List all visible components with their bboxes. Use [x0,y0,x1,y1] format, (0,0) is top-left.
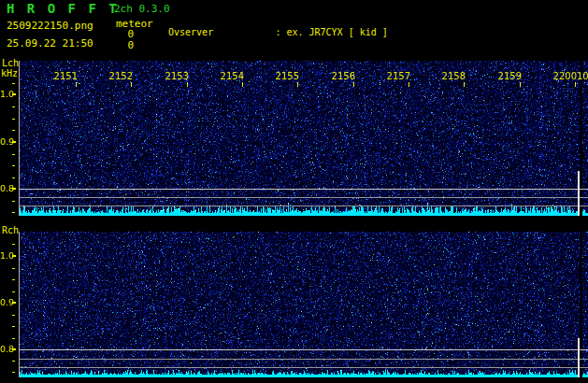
freq-minor-tick [12,130,15,131]
time-label: 2200 [552,71,577,81]
time-tick [131,82,132,87]
time-label: 2156 [330,71,355,81]
time-label: 2157 [385,71,410,81]
freq-minor-tick [12,291,15,292]
datetime-label: 25.09.22 21:50 [7,38,93,49]
time-tick [353,82,354,87]
freq-major-tick [12,141,16,143]
time-tick [187,82,188,87]
lch-label: Lch [2,59,19,68]
freq-minor-tick [12,177,15,178]
freq-minor-tick [12,83,15,84]
time-label: 2155 [274,71,299,81]
app-version: 2ch 0.3.0 [114,4,170,14]
freq-minor-tick [12,244,15,245]
freq-minor-tick [12,268,15,269]
freq-minor-tick [12,212,15,213]
time-tick [464,82,465,87]
station-info-observer: Ovserver : ex. JR7CYX [ kid ] [168,27,588,39]
meteor-count-top: 0 [100,29,134,39]
freq-minor-tick [12,338,15,339]
time-label: 2152 [108,71,133,81]
time-label: 2153 [164,71,189,81]
time-tick [76,82,77,87]
time-tick [409,82,409,87]
freq-minor-tick [12,119,15,120]
freq-major-tick [12,255,16,257]
freq-minor-tick [12,154,15,155]
freq-minor-tick [12,326,15,327]
time-label: 2159 [496,71,522,81]
meteor-count-bottom: 0 [100,40,134,50]
app-title: H R O F F T [7,1,119,16]
time-label: 2158 [440,71,466,81]
time-tick [297,82,298,87]
khz-unit-label: kHz [1,69,18,78]
freq-major-tick [12,188,16,190]
time-tick [520,82,521,87]
freq-minor-tick [12,361,15,362]
output-filename: 2509222150.png [7,21,93,31]
freq-major-tick [12,348,16,350]
freq-major-tick [12,93,16,95]
freq-minor-tick [12,106,15,107]
lch-spectrogram [19,61,588,216]
rch-spectrogram [19,232,588,377]
time-tick [242,82,243,87]
freq-minor-tick [12,372,15,373]
hrofft-screen: H R O F F T 2ch 0.3.0 2509222150.png met… [0,0,588,383]
freq-minor-tick [12,279,15,280]
freq-major-tick [12,302,16,304]
time-edge-label: 10 [577,71,588,81]
mode-label: meteor [116,19,153,29]
time-label: 2154 [219,71,244,81]
time-label: 2151 [52,71,78,81]
time-tick [575,82,576,87]
freq-minor-tick [12,315,15,316]
rch-label: Rch [2,226,19,235]
freq-minor-tick [12,165,15,166]
freq-minor-tick [12,201,15,202]
